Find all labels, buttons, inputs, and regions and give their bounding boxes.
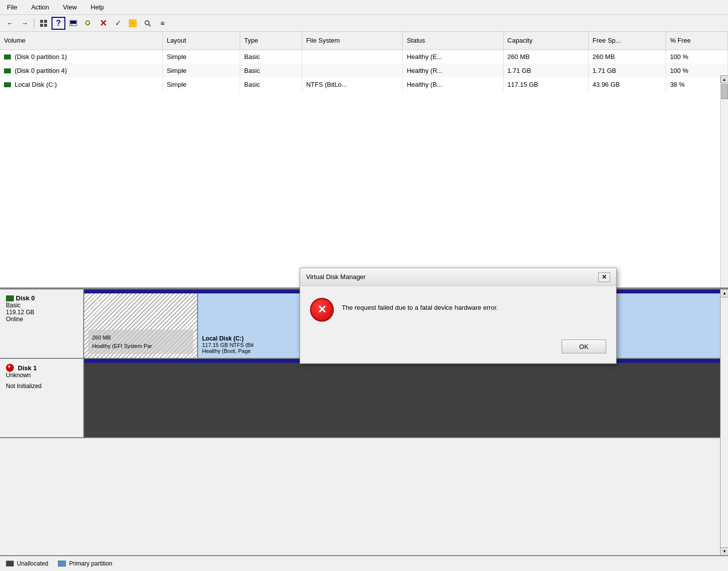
dialog-body: The request failed due to a fatal device… (300, 286, 616, 334)
dialog-footer: OK (300, 334, 616, 363)
dialog-title: Virtual Disk Manager (306, 273, 365, 281)
ok-button[interactable]: OK (562, 340, 606, 353)
dialog-overlay: Virtual Disk Manager ✕ The request faile… (0, 0, 728, 571)
virtual-disk-manager-dialog: Virtual Disk Manager ✕ The request faile… (300, 268, 617, 364)
dialog-close-button[interactable]: ✕ (598, 272, 610, 282)
dialog-message: The request failed due to a fatal device… (342, 298, 498, 313)
error-icon (310, 298, 334, 322)
dialog-title-bar: Virtual Disk Manager ✕ (300, 268, 616, 286)
